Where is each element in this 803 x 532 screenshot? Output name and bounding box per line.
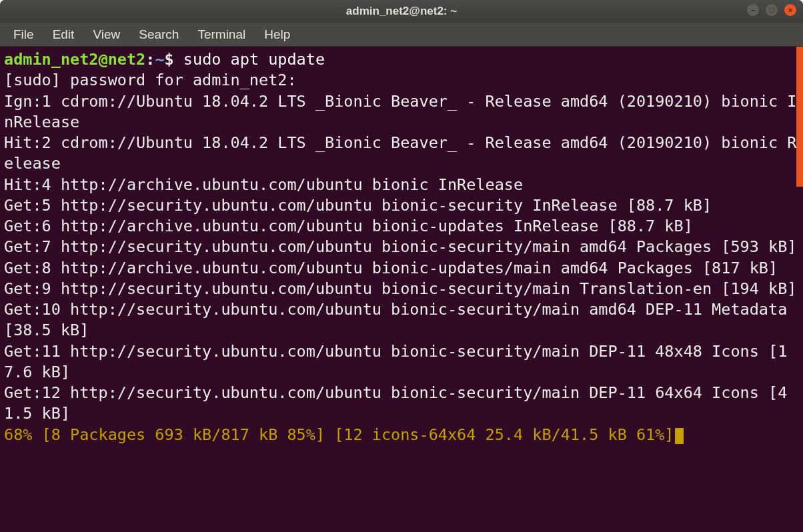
command-text: sudo apt update bbox=[183, 50, 325, 69]
minimize-button[interactable]: – bbox=[747, 4, 759, 16]
prompt-user-host: admin_net2@net2 bbox=[4, 50, 145, 69]
output-line: [sudo] password for admin_net2: bbox=[4, 71, 297, 89]
close-button[interactable]: × bbox=[784, 4, 796, 16]
progress-line: 68% [8 Packages 693 kB/817 kB 85%] [12 i… bbox=[4, 425, 674, 444]
menu-search[interactable]: Search bbox=[131, 25, 187, 45]
menubar: File Edit View Search Terminal Help bbox=[0, 23, 803, 47]
minimize-icon: – bbox=[751, 6, 755, 13]
titlebar: admin_net2@net2: ~ – □ × bbox=[0, 0, 803, 23]
output-line: Hit:2 cdrom://Ubuntu 18.04.2 LTS _Bionic… bbox=[4, 133, 796, 173]
output-line: Get:6 http://archive.ubuntu.com/ubuntu b… bbox=[4, 217, 693, 235]
cursor-icon bbox=[675, 428, 684, 444]
maximize-button[interactable]: □ bbox=[766, 4, 778, 16]
menu-edit[interactable]: Edit bbox=[45, 25, 83, 45]
prompt-sigil: $ bbox=[165, 50, 183, 69]
menu-terminal[interactable]: Terminal bbox=[189, 25, 253, 45]
menu-file[interactable]: File bbox=[5, 25, 42, 45]
scrollbar-thumb[interactable] bbox=[796, 47, 803, 187]
menu-help[interactable]: Help bbox=[256, 25, 298, 45]
output-line: Hit:4 http://archive.ubuntu.com/ubuntu b… bbox=[4, 175, 523, 194]
window-title: admin_net2@net2: ~ bbox=[346, 5, 457, 18]
menu-view[interactable]: View bbox=[85, 25, 128, 45]
terminal-body[interactable]: admin_net2@net2:~$ sudo apt update [sudo… bbox=[0, 47, 803, 532]
close-icon: × bbox=[788, 6, 792, 13]
window-controls: – □ × bbox=[747, 4, 796, 16]
output-line: Get:12 http://security.ubuntu.com/ubuntu… bbox=[4, 383, 787, 423]
output-line: Get:8 http://archive.ubuntu.com/ubuntu b… bbox=[4, 259, 778, 277]
output-line: Get:5 http://security.ubuntu.com/ubuntu … bbox=[4, 196, 712, 215]
maximize-icon: □ bbox=[770, 6, 774, 13]
output-line: Ign:1 cdrom://Ubuntu 18.04.2 LTS _Bionic… bbox=[4, 92, 796, 131]
output-line: Get:11 http://security.ubuntu.com/ubuntu… bbox=[4, 342, 787, 381]
output-line: Get:7 http://security.ubuntu.com/ubuntu … bbox=[4, 237, 796, 256]
prompt-separator: : bbox=[145, 50, 155, 69]
terminal-window: admin_net2@net2: ~ – □ × File Edit View … bbox=[0, 0, 803, 532]
output-line: Get:9 http://security.ubuntu.com/ubuntu … bbox=[4, 279, 796, 298]
prompt-path: ~ bbox=[155, 50, 164, 69]
output-line: Get:10 http://security.ubuntu.com/ubuntu… bbox=[4, 300, 796, 339]
